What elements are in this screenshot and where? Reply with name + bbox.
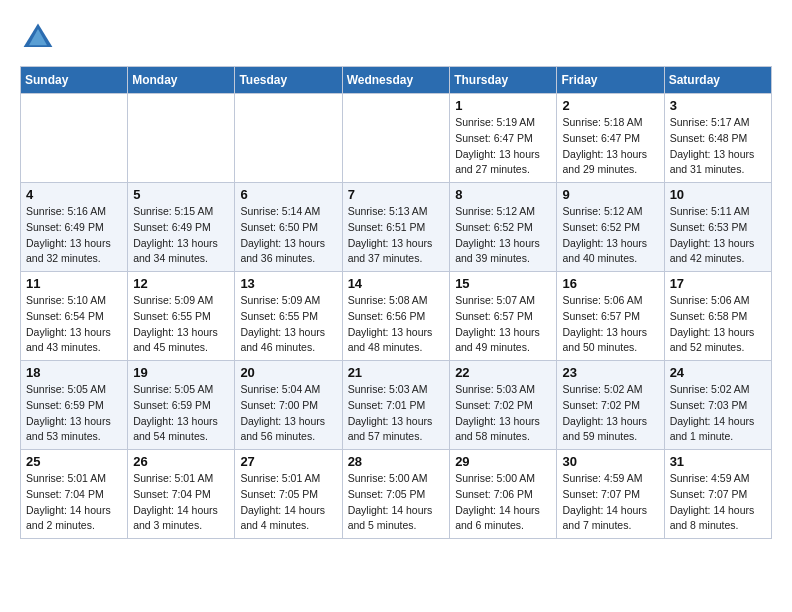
day-info: Sunrise: 5:02 AM Sunset: 7:02 PM Dayligh… bbox=[562, 382, 658, 445]
day-info: Sunrise: 5:07 AM Sunset: 6:57 PM Dayligh… bbox=[455, 293, 551, 356]
day-info: Sunrise: 4:59 AM Sunset: 7:07 PM Dayligh… bbox=[562, 471, 658, 534]
day-number: 3 bbox=[670, 98, 766, 113]
calendar-cell: 2Sunrise: 5:18 AM Sunset: 6:47 PM Daylig… bbox=[557, 94, 664, 183]
day-info: Sunrise: 5:09 AM Sunset: 6:55 PM Dayligh… bbox=[133, 293, 229, 356]
calendar-cell: 5Sunrise: 5:15 AM Sunset: 6:49 PM Daylig… bbox=[128, 183, 235, 272]
day-info: Sunrise: 5:09 AM Sunset: 6:55 PM Dayligh… bbox=[240, 293, 336, 356]
calendar-cell: 7Sunrise: 5:13 AM Sunset: 6:51 PM Daylig… bbox=[342, 183, 450, 272]
day-number: 20 bbox=[240, 365, 336, 380]
day-info: Sunrise: 5:01 AM Sunset: 7:04 PM Dayligh… bbox=[26, 471, 122, 534]
calendar-cell: 12Sunrise: 5:09 AM Sunset: 6:55 PM Dayli… bbox=[128, 272, 235, 361]
day-number: 26 bbox=[133, 454, 229, 469]
weekday-header-tuesday: Tuesday bbox=[235, 67, 342, 94]
day-info: Sunrise: 5:12 AM Sunset: 6:52 PM Dayligh… bbox=[455, 204, 551, 267]
day-number: 23 bbox=[562, 365, 658, 380]
calendar-cell: 8Sunrise: 5:12 AM Sunset: 6:52 PM Daylig… bbox=[450, 183, 557, 272]
calendar-cell: 18Sunrise: 5:05 AM Sunset: 6:59 PM Dayli… bbox=[21, 361, 128, 450]
day-number: 9 bbox=[562, 187, 658, 202]
calendar-cell: 3Sunrise: 5:17 AM Sunset: 6:48 PM Daylig… bbox=[664, 94, 771, 183]
day-info: Sunrise: 5:18 AM Sunset: 6:47 PM Dayligh… bbox=[562, 115, 658, 178]
calendar-cell: 4Sunrise: 5:16 AM Sunset: 6:49 PM Daylig… bbox=[21, 183, 128, 272]
calendar-cell: 1Sunrise: 5:19 AM Sunset: 6:47 PM Daylig… bbox=[450, 94, 557, 183]
day-info: Sunrise: 5:11 AM Sunset: 6:53 PM Dayligh… bbox=[670, 204, 766, 267]
day-info: Sunrise: 5:00 AM Sunset: 7:05 PM Dayligh… bbox=[348, 471, 445, 534]
day-info: Sunrise: 5:19 AM Sunset: 6:47 PM Dayligh… bbox=[455, 115, 551, 178]
calendar-cell: 20Sunrise: 5:04 AM Sunset: 7:00 PM Dayli… bbox=[235, 361, 342, 450]
calendar-cell: 14Sunrise: 5:08 AM Sunset: 6:56 PM Dayli… bbox=[342, 272, 450, 361]
day-number: 10 bbox=[670, 187, 766, 202]
calendar-cell bbox=[21, 94, 128, 183]
calendar-cell: 26Sunrise: 5:01 AM Sunset: 7:04 PM Dayli… bbox=[128, 450, 235, 539]
day-info: Sunrise: 5:04 AM Sunset: 7:00 PM Dayligh… bbox=[240, 382, 336, 445]
day-info: Sunrise: 5:05 AM Sunset: 6:59 PM Dayligh… bbox=[26, 382, 122, 445]
day-info: Sunrise: 5:10 AM Sunset: 6:54 PM Dayligh… bbox=[26, 293, 122, 356]
weekday-header-saturday: Saturday bbox=[664, 67, 771, 94]
calendar-cell: 9Sunrise: 5:12 AM Sunset: 6:52 PM Daylig… bbox=[557, 183, 664, 272]
day-number: 13 bbox=[240, 276, 336, 291]
calendar-week-row: 1Sunrise: 5:19 AM Sunset: 6:47 PM Daylig… bbox=[21, 94, 772, 183]
calendar-cell: 28Sunrise: 5:00 AM Sunset: 7:05 PM Dayli… bbox=[342, 450, 450, 539]
day-info: Sunrise: 5:01 AM Sunset: 7:05 PM Dayligh… bbox=[240, 471, 336, 534]
day-info: Sunrise: 5:15 AM Sunset: 6:49 PM Dayligh… bbox=[133, 204, 229, 267]
calendar-cell: 25Sunrise: 5:01 AM Sunset: 7:04 PM Dayli… bbox=[21, 450, 128, 539]
logo-icon bbox=[20, 20, 56, 56]
day-number: 14 bbox=[348, 276, 445, 291]
day-info: Sunrise: 5:16 AM Sunset: 6:49 PM Dayligh… bbox=[26, 204, 122, 267]
day-number: 12 bbox=[133, 276, 229, 291]
day-number: 16 bbox=[562, 276, 658, 291]
day-number: 4 bbox=[26, 187, 122, 202]
calendar-cell: 15Sunrise: 5:07 AM Sunset: 6:57 PM Dayli… bbox=[450, 272, 557, 361]
calendar-cell: 23Sunrise: 5:02 AM Sunset: 7:02 PM Dayli… bbox=[557, 361, 664, 450]
weekday-header-friday: Friday bbox=[557, 67, 664, 94]
calendar-cell: 31Sunrise: 4:59 AM Sunset: 7:07 PM Dayli… bbox=[664, 450, 771, 539]
calendar-table: SundayMondayTuesdayWednesdayThursdayFrid… bbox=[20, 66, 772, 539]
day-info: Sunrise: 5:03 AM Sunset: 7:02 PM Dayligh… bbox=[455, 382, 551, 445]
calendar-cell: 22Sunrise: 5:03 AM Sunset: 7:02 PM Dayli… bbox=[450, 361, 557, 450]
day-number: 30 bbox=[562, 454, 658, 469]
day-info: Sunrise: 5:00 AM Sunset: 7:06 PM Dayligh… bbox=[455, 471, 551, 534]
calendar-cell: 16Sunrise: 5:06 AM Sunset: 6:57 PM Dayli… bbox=[557, 272, 664, 361]
calendar-week-row: 11Sunrise: 5:10 AM Sunset: 6:54 PM Dayli… bbox=[21, 272, 772, 361]
calendar-cell: 17Sunrise: 5:06 AM Sunset: 6:58 PM Dayli… bbox=[664, 272, 771, 361]
day-number: 19 bbox=[133, 365, 229, 380]
day-info: Sunrise: 5:02 AM Sunset: 7:03 PM Dayligh… bbox=[670, 382, 766, 445]
calendar-cell: 27Sunrise: 5:01 AM Sunset: 7:05 PM Dayli… bbox=[235, 450, 342, 539]
calendar-cell bbox=[235, 94, 342, 183]
day-info: Sunrise: 5:08 AM Sunset: 6:56 PM Dayligh… bbox=[348, 293, 445, 356]
day-info: Sunrise: 5:06 AM Sunset: 6:57 PM Dayligh… bbox=[562, 293, 658, 356]
calendar-week-row: 25Sunrise: 5:01 AM Sunset: 7:04 PM Dayli… bbox=[21, 450, 772, 539]
day-info: Sunrise: 5:12 AM Sunset: 6:52 PM Dayligh… bbox=[562, 204, 658, 267]
day-info: Sunrise: 5:06 AM Sunset: 6:58 PM Dayligh… bbox=[670, 293, 766, 356]
day-info: Sunrise: 5:17 AM Sunset: 6:48 PM Dayligh… bbox=[670, 115, 766, 178]
calendar-header-row: SundayMondayTuesdayWednesdayThursdayFrid… bbox=[21, 67, 772, 94]
day-number: 25 bbox=[26, 454, 122, 469]
day-number: 22 bbox=[455, 365, 551, 380]
day-number: 7 bbox=[348, 187, 445, 202]
calendar-cell: 11Sunrise: 5:10 AM Sunset: 6:54 PM Dayli… bbox=[21, 272, 128, 361]
calendar-cell: 6Sunrise: 5:14 AM Sunset: 6:50 PM Daylig… bbox=[235, 183, 342, 272]
day-info: Sunrise: 5:05 AM Sunset: 6:59 PM Dayligh… bbox=[133, 382, 229, 445]
calendar-cell: 24Sunrise: 5:02 AM Sunset: 7:03 PM Dayli… bbox=[664, 361, 771, 450]
day-number: 27 bbox=[240, 454, 336, 469]
day-number: 17 bbox=[670, 276, 766, 291]
calendar-cell bbox=[342, 94, 450, 183]
day-number: 15 bbox=[455, 276, 551, 291]
day-info: Sunrise: 5:14 AM Sunset: 6:50 PM Dayligh… bbox=[240, 204, 336, 267]
weekday-header-thursday: Thursday bbox=[450, 67, 557, 94]
day-number: 18 bbox=[26, 365, 122, 380]
day-number: 5 bbox=[133, 187, 229, 202]
day-info: Sunrise: 5:03 AM Sunset: 7:01 PM Dayligh… bbox=[348, 382, 445, 445]
weekday-header-monday: Monday bbox=[128, 67, 235, 94]
day-number: 6 bbox=[240, 187, 336, 202]
day-info: Sunrise: 4:59 AM Sunset: 7:07 PM Dayligh… bbox=[670, 471, 766, 534]
calendar-cell: 13Sunrise: 5:09 AM Sunset: 6:55 PM Dayli… bbox=[235, 272, 342, 361]
day-number: 31 bbox=[670, 454, 766, 469]
calendar-cell bbox=[128, 94, 235, 183]
weekday-header-sunday: Sunday bbox=[21, 67, 128, 94]
logo bbox=[20, 20, 60, 56]
calendar-cell: 21Sunrise: 5:03 AM Sunset: 7:01 PM Dayli… bbox=[342, 361, 450, 450]
page-header bbox=[20, 20, 772, 56]
calendar-cell: 10Sunrise: 5:11 AM Sunset: 6:53 PM Dayli… bbox=[664, 183, 771, 272]
day-number: 28 bbox=[348, 454, 445, 469]
day-number: 21 bbox=[348, 365, 445, 380]
